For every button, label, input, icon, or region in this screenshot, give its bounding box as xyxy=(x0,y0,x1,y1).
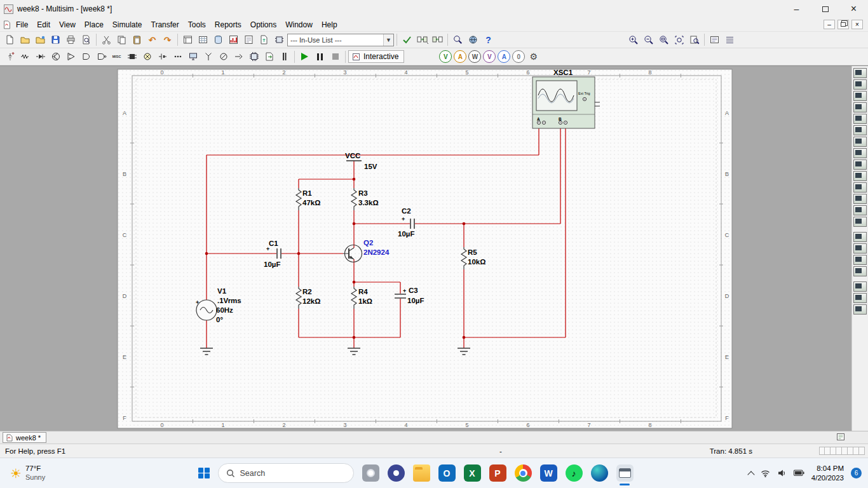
vcc-value[interactable]: 15V xyxy=(364,163,377,170)
logic-analyzer-button[interactable] xyxy=(853,171,867,181)
menu-transfer[interactable]: Transfer xyxy=(147,19,184,30)
place-electromech-button[interactable] xyxy=(216,50,231,64)
place-analog-button[interactable] xyxy=(64,50,78,64)
edge-taskbar-icon[interactable] xyxy=(591,464,608,482)
r3-label[interactable]: R3 xyxy=(358,189,368,197)
four-channel-oscilloscope-button[interactable] xyxy=(853,114,867,124)
menu-place[interactable]: Place xyxy=(80,19,108,30)
r5-label[interactable]: R5 xyxy=(468,248,477,256)
tray-chevron-icon[interactable] xyxy=(747,471,754,478)
open-button[interactable] xyxy=(18,33,32,47)
tab-week8[interactable]: week8 * xyxy=(3,432,46,443)
zoom-in-button[interactable] xyxy=(626,33,641,47)
in-use-list-dropdown[interactable]: --- In-Use List --- ▼ xyxy=(287,34,394,46)
copy-button[interactable] xyxy=(114,33,129,47)
close-button[interactable]: × xyxy=(839,0,868,18)
spreadsheet-view-button[interactable] xyxy=(196,33,210,47)
frequency-counter-button[interactable] xyxy=(853,137,867,147)
current-clamp-button[interactable] xyxy=(853,304,867,315)
c3-label[interactable]: C3 xyxy=(409,287,418,294)
help-button[interactable]: ? xyxy=(481,33,496,47)
word-taskbar-icon[interactable]: W xyxy=(540,464,557,482)
sheet-menu-icon[interactable] xyxy=(3,20,11,29)
c2-label[interactable]: C2 xyxy=(402,207,411,215)
agilent-function-generator-button[interactable] xyxy=(853,232,867,242)
file-explorer-taskbar-icon[interactable] xyxy=(413,464,430,482)
logic-converter-button[interactable] xyxy=(853,159,867,170)
zoom-out-button[interactable] xyxy=(641,33,656,47)
open-sample-button[interactable] xyxy=(33,33,48,47)
description-box-button[interactable] xyxy=(707,33,722,47)
grapher-button[interactable] xyxy=(226,33,241,47)
q2-label[interactable]: Q2 xyxy=(363,239,373,247)
run-simulation-button[interactable] xyxy=(297,50,312,64)
instrument-xsc1[interactable]: XSC1 Ext Trig A B xyxy=(532,69,600,128)
xsc1-label[interactable]: XSC1 xyxy=(553,69,573,76)
probe-current-button[interactable]: A xyxy=(454,50,466,63)
schematic-canvas[interactable]: 0 1 2 3 4 5 6 7 8 0 1 2 3 4 5 6 7 8 A B … xyxy=(0,66,851,431)
c1-label[interactable]: C1 xyxy=(269,240,278,247)
probe-digital-button[interactable]: 0 xyxy=(512,50,525,63)
volume-icon[interactable] xyxy=(777,469,787,477)
distortion-analyzer-button[interactable] xyxy=(853,194,867,204)
place-basic-button[interactable] xyxy=(18,50,32,64)
save-button[interactable] xyxy=(48,33,63,47)
r4-label[interactable]: R4 xyxy=(358,288,368,295)
r2-label[interactable]: R2 xyxy=(302,288,312,295)
bode-plotter-button[interactable] xyxy=(853,125,867,135)
place-transistor-button[interactable] xyxy=(48,50,63,64)
place-cmos-button[interactable] xyxy=(94,50,109,64)
c1-value[interactable]: 10µF xyxy=(264,261,280,268)
place-ttl-button[interactable] xyxy=(79,50,93,64)
component-wizard-button[interactable] xyxy=(272,33,287,47)
place-mcu-button[interactable] xyxy=(247,50,261,64)
interactive-dropdown[interactable]: Interactive xyxy=(348,50,404,63)
spreadsheet-bar-button[interactable] xyxy=(722,33,737,47)
transfer-forward-button[interactable] xyxy=(415,33,430,47)
v1-value[interactable]: .1Vrms xyxy=(217,297,241,304)
education-website-button[interactable] xyxy=(466,33,480,47)
zoom-area-button[interactable] xyxy=(656,33,671,47)
vcc-label[interactable]: VCC xyxy=(345,152,360,159)
place-hierarchical-button[interactable] xyxy=(262,50,276,64)
q2-value[interactable]: 2N2924 xyxy=(363,248,390,256)
probe-power-button[interactable]: W xyxy=(468,50,481,63)
r3-value[interactable]: 3.3kΩ xyxy=(358,199,379,207)
agilent-multimeter-button[interactable] xyxy=(853,243,867,254)
postprocessor-button[interactable] xyxy=(241,33,256,47)
print-button[interactable] xyxy=(64,33,78,47)
menu-file[interactable]: File xyxy=(11,19,32,30)
v1-frequency[interactable]: 60Hz xyxy=(216,306,233,314)
paste-button[interactable] xyxy=(130,33,144,47)
menu-options[interactable]: Options xyxy=(246,19,281,30)
start-button[interactable] xyxy=(198,468,210,479)
maximize-button[interactable] xyxy=(811,0,839,18)
menu-window[interactable]: Window xyxy=(281,19,317,30)
redo-button[interactable]: ↷ xyxy=(160,33,175,47)
menu-view[interactable]: View xyxy=(55,19,80,30)
wattmeter-button[interactable] xyxy=(853,91,867,101)
parent-sheet-button[interactable] xyxy=(257,33,271,47)
place-diode-button[interactable] xyxy=(33,50,48,64)
undo-button[interactable]: ↶ xyxy=(145,33,159,47)
print-preview-button[interactable] xyxy=(79,33,93,47)
oscilloscope-button[interactable] xyxy=(853,102,867,112)
teams-taskbar-icon[interactable] xyxy=(388,464,405,482)
cut-button[interactable] xyxy=(99,33,114,47)
weather-widget[interactable]: ☀ 77°F Sunny xyxy=(5,458,50,488)
probe-differential-button[interactable]: V xyxy=(483,50,496,63)
excel-taskbar-icon[interactable]: X xyxy=(464,464,481,482)
photos-taskbar-icon[interactable] xyxy=(362,464,379,482)
erc-button[interactable] xyxy=(400,33,414,47)
place-rf-button[interactable] xyxy=(201,50,215,64)
multisim-taskbar-icon[interactable] xyxy=(616,464,634,482)
outlook-taskbar-icon[interactable]: O xyxy=(438,464,456,482)
mdi-restore-button[interactable] xyxy=(837,20,849,29)
word-generator-button[interactable] xyxy=(853,148,867,158)
tektronix-oscilloscope-button[interactable] xyxy=(853,266,867,276)
r2-value[interactable]: 12kΩ xyxy=(302,297,320,305)
probe-voltage-current-button[interactable]: A xyxy=(498,50,510,63)
mdi-close-button[interactable]: × xyxy=(851,20,863,29)
menu-edit[interactable]: Edit xyxy=(32,19,55,30)
stop-simulation-button[interactable] xyxy=(328,50,342,64)
